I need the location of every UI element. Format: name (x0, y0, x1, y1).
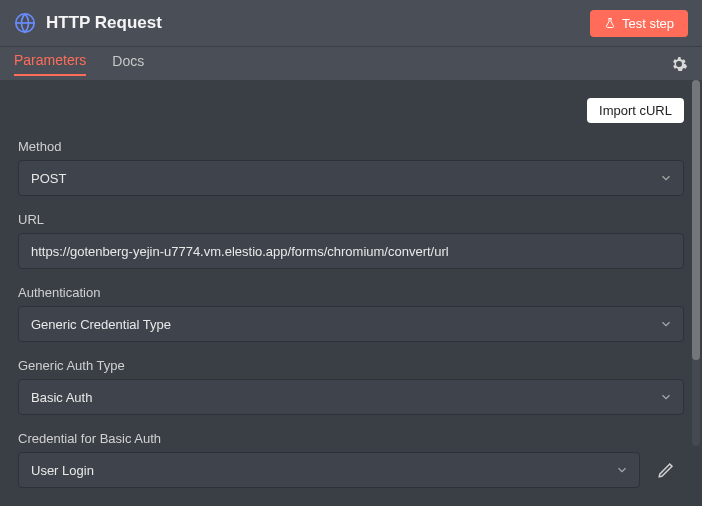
field-authentication: Authentication Generic Credential Type (18, 285, 684, 342)
parameters-panel: Import cURL Method POST URL https://gote… (0, 80, 702, 506)
chevron-down-icon (659, 171, 673, 185)
authentication-label: Authentication (18, 285, 684, 300)
credential-label: Credential for Basic Auth (18, 431, 684, 446)
tab-bar: Parameters Docs (0, 46, 702, 80)
field-generic-auth-type: Generic Auth Type Basic Auth (18, 358, 684, 415)
tab-docs[interactable]: Docs (112, 53, 144, 75)
method-select[interactable]: POST (18, 160, 684, 196)
chevron-down-icon (659, 390, 673, 404)
method-value: POST (31, 171, 66, 186)
scrollbar-thumb[interactable] (692, 80, 700, 360)
test-step-label: Test step (622, 16, 674, 31)
authentication-value: Generic Credential Type (31, 317, 171, 332)
generic-auth-type-label: Generic Auth Type (18, 358, 684, 373)
field-url: URL https://gotenberg-yejin-u7774.vm.ele… (18, 212, 684, 269)
method-label: Method (18, 139, 684, 154)
header-bar: HTTP Request Test step (0, 0, 702, 46)
url-value: https://gotenberg-yejin-u7774.vm.elestio… (31, 244, 449, 259)
url-label: URL (18, 212, 684, 227)
tab-parameters[interactable]: Parameters (14, 52, 86, 76)
url-input[interactable]: https://gotenberg-yejin-u7774.vm.elestio… (18, 233, 684, 269)
test-step-button[interactable]: Test step (590, 10, 688, 37)
flask-icon (604, 17, 616, 29)
generic-auth-type-value: Basic Auth (31, 390, 92, 405)
credential-select[interactable]: User Login (18, 452, 640, 488)
chevron-down-icon (615, 463, 629, 477)
credential-value: User Login (31, 463, 94, 478)
authentication-select[interactable]: Generic Credential Type (18, 306, 684, 342)
chevron-down-icon (659, 317, 673, 331)
generic-auth-type-select[interactable]: Basic Auth (18, 379, 684, 415)
field-credential: Credential for Basic Auth User Login (18, 431, 684, 488)
page-title: HTTP Request (46, 13, 590, 33)
pencil-icon[interactable] (648, 452, 684, 488)
globe-icon (14, 12, 36, 34)
gear-icon[interactable] (670, 55, 688, 73)
import-curl-button[interactable]: Import cURL (587, 98, 684, 123)
field-method: Method POST (18, 139, 684, 196)
